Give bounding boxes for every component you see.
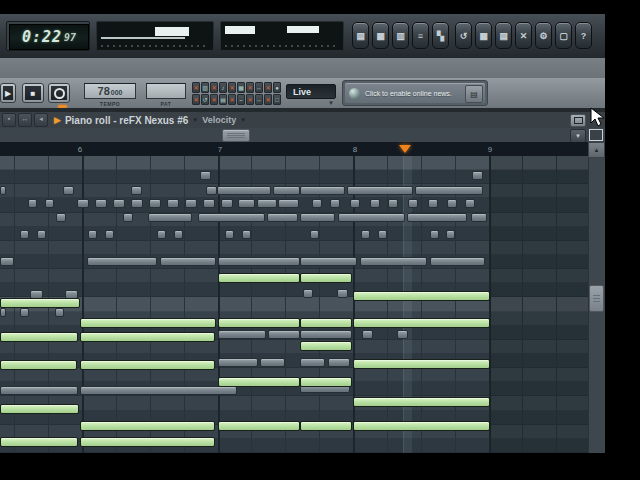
ghost-note[interactable] [397,330,408,339]
snap-cell-1-2[interactable]: ✕ [210,94,218,105]
ghost-note[interactable] [328,358,350,367]
monitor-panel[interactable] [220,21,344,51]
snap-cell-1-6[interactable]: ✕ [246,94,254,105]
ghost-note[interactable] [268,330,300,339]
ghost-note[interactable] [378,230,387,239]
vertical-scrollbar-thumb[interactable] [589,285,604,312]
ghost-note[interactable] [447,199,457,208]
pr-tool-icon-2[interactable]: ↔ [18,113,32,127]
snap-cell-1-5[interactable]: ~ [237,94,245,105]
ghost-note[interactable] [0,186,6,195]
step-sequencer-button[interactable]: ▦ [372,22,389,49]
snap-cell-1-8[interactable]: ✕ [264,94,272,105]
ghost-note[interactable] [55,308,64,317]
ghost-note[interactable] [312,199,322,208]
ghost-note[interactable] [257,199,277,208]
note[interactable] [353,318,490,328]
ghost-note[interactable] [123,213,133,222]
ghost-note[interactable] [471,213,487,222]
horizontal-scrollbar-thumb[interactable] [222,129,250,142]
snap-cell-1-3[interactable]: ▤ [219,94,227,105]
snap-cell-0-7[interactable]: ↔ [255,82,263,93]
ghost-note[interactable] [225,230,234,239]
ghost-note[interactable] [238,199,255,208]
snap-cell-0-5[interactable]: ▦ [237,82,245,93]
ghost-note[interactable] [37,230,46,239]
ghost-note[interactable] [80,386,237,395]
snap-cell-0-4[interactable]: ✕ [228,82,236,93]
ghost-note[interactable] [0,386,78,395]
snap-cell-0-1[interactable]: ▥ [201,82,209,93]
focus-indicator-box[interactable] [589,129,603,141]
ghost-note[interactable] [77,199,89,208]
ghost-note[interactable] [203,199,215,208]
ghost-note[interactable] [303,289,313,298]
ghost-note[interactable] [337,289,348,298]
note[interactable] [300,273,352,283]
snap-cell-1-4[interactable]: ✕ [228,94,236,105]
ghost-note[interactable] [20,308,29,317]
help-button[interactable]: ? [575,22,592,49]
ghost-note[interactable] [131,199,143,208]
ghost-note[interactable] [300,330,352,339]
ghost-note[interactable] [88,230,97,239]
note[interactable] [80,360,215,370]
live-mode-selector[interactable]: Live [286,84,336,99]
ghost-note[interactable] [300,257,357,266]
snap-cell-1-0[interactable]: ✕ [192,94,200,105]
ghost-note[interactable] [206,186,217,195]
ghost-note[interactable] [300,358,325,367]
note[interactable] [0,298,80,308]
note[interactable] [0,437,78,447]
snap-cell-0-0[interactable]: ✕ [192,82,200,93]
ghost-note[interactable] [113,199,125,208]
scroll-up-button[interactable]: ▲ [588,142,605,158]
ghost-note[interactable] [408,199,418,208]
note[interactable] [80,332,215,342]
ghost-note[interactable] [0,308,6,317]
ghost-note[interactable] [446,230,455,239]
ghost-note[interactable] [148,213,192,222]
ghost-note[interactable] [407,213,467,222]
note[interactable] [300,318,352,328]
ghost-note[interactable] [465,199,475,208]
note[interactable] [218,273,300,283]
note[interactable] [80,318,216,328]
ghost-note[interactable] [430,257,485,266]
note[interactable] [218,318,300,328]
note[interactable] [300,341,352,351]
pr-tool-icon-3[interactable]: ◂ [34,113,48,127]
ghost-note[interactable] [370,199,380,208]
options-button[interactable]: ⚙ [535,22,552,49]
pattern-display[interactable] [146,83,186,99]
note[interactable] [353,359,490,369]
note[interactable] [300,421,352,431]
ghost-note[interactable] [242,230,251,239]
notes-button[interactable]: ▢ [555,22,572,49]
cut-button[interactable]: ✕ [515,22,532,49]
live-dropdown-icon[interactable]: ▼ [328,100,334,106]
snap-cell-1-9[interactable]: □ [273,94,281,105]
ghost-note[interactable] [260,358,285,367]
snap-cell-0-2[interactable]: ✕ [210,82,218,93]
snap-cell-1-1[interactable]: ↺ [201,94,209,105]
cpu-panel[interactable] [96,21,214,51]
zoom-dropdown-button[interactable]: ▼ [570,129,586,143]
note[interactable] [80,421,215,431]
ghost-note[interactable] [185,199,197,208]
snap-cell-1-7[interactable]: ↔ [255,94,263,105]
ghost-note[interactable] [105,230,114,239]
ghost-note[interactable] [218,330,266,339]
export-button[interactable]: ▤ [495,22,512,49]
ghost-note[interactable] [350,199,360,208]
ghost-note[interactable] [300,213,335,222]
note[interactable] [218,377,300,387]
ghost-note[interactable] [361,230,370,239]
ghost-note[interactable] [360,257,427,266]
snap-cell-0-3[interactable]: ♪ [219,82,227,93]
note[interactable] [353,421,490,431]
save-button[interactable]: ▦ [475,22,492,49]
ghost-note[interactable] [330,199,340,208]
ghost-note[interactable] [45,199,54,208]
target-selector[interactable]: Velocity [202,115,236,125]
